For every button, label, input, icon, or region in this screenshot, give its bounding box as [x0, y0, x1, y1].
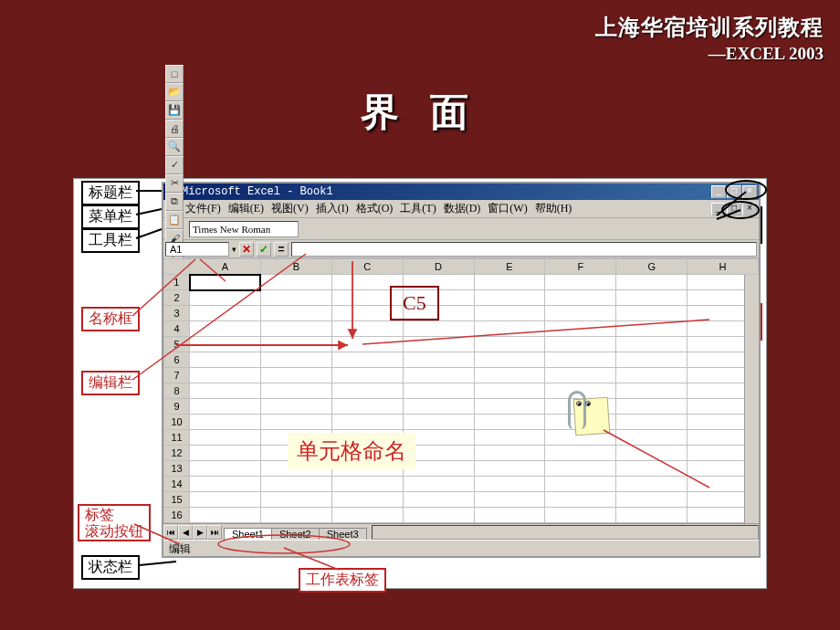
cell[interactable] — [260, 368, 331, 383]
maximize-button[interactable]: □ — [727, 185, 741, 198]
menu-item[interactable]: 文件(F) — [182, 202, 225, 215]
cell[interactable] — [616, 337, 688, 352]
cell[interactable] — [260, 508, 331, 523]
cell[interactable] — [474, 383, 545, 399]
row-header[interactable]: 14 — [164, 477, 190, 492]
doc-minimize-button[interactable]: _ — [711, 203, 726, 215]
cell[interactable] — [616, 492, 688, 508]
cell[interactable] — [260, 492, 331, 508]
cell[interactable] — [331, 383, 403, 399]
cell[interactable] — [331, 399, 403, 415]
cell[interactable] — [545, 461, 616, 477]
cell[interactable] — [545, 368, 616, 383]
horizontal-scrollbar[interactable] — [372, 525, 759, 540]
cell[interactable] — [190, 383, 261, 399]
cell[interactable] — [260, 383, 331, 399]
cell[interactable] — [190, 430, 261, 446]
row-header[interactable]: 8 — [164, 383, 190, 399]
cell[interactable] — [474, 477, 545, 492]
cell[interactable] — [474, 415, 545, 430]
column-header[interactable]: C — [331, 259, 403, 275]
cell[interactable] — [474, 492, 545, 508]
tab-prev-button[interactable]: ◀ — [178, 525, 193, 540]
cell[interactable] — [190, 508, 261, 523]
cell[interactable] — [331, 492, 403, 508]
row-header[interactable]: 4 — [164, 321, 190, 337]
cell[interactable] — [474, 352, 545, 368]
cell[interactable] — [331, 352, 403, 368]
tab-last-button[interactable]: ⏭ — [207, 525, 222, 540]
cell[interactable] — [331, 415, 403, 430]
cell[interactable] — [474, 337, 545, 352]
row-header[interactable]: 11 — [164, 430, 190, 446]
cell[interactable] — [545, 492, 616, 508]
minimize-button[interactable]: _ — [711, 185, 726, 198]
cell[interactable] — [403, 383, 474, 399]
cell[interactable] — [190, 477, 261, 492]
column-header[interactable]: D — [403, 259, 474, 275]
cell[interactable] — [616, 352, 688, 368]
row-header[interactable]: 5 — [164, 337, 190, 352]
cell[interactable] — [616, 290, 688, 306]
select-all-corner[interactable] — [164, 259, 190, 275]
cell[interactable] — [190, 306, 261, 321]
cell[interactable] — [616, 508, 688, 523]
cell[interactable] — [474, 321, 545, 337]
cell[interactable] — [545, 290, 616, 306]
row-header[interactable]: 2 — [164, 290, 190, 306]
menu-item[interactable]: 帮助(H) — [531, 202, 576, 215]
cell[interactable] — [331, 508, 403, 523]
sheet-tab[interactable]: Sheet2 — [271, 528, 320, 540]
column-header[interactable]: H — [688, 259, 759, 275]
cell[interactable] — [403, 352, 474, 368]
name-box[interactable]: A1 — [165, 242, 229, 257]
column-header[interactable]: F — [545, 259, 616, 275]
cell[interactable] — [474, 508, 545, 523]
formula-input[interactable] — [291, 242, 757, 257]
menu-item[interactable]: 编辑(E) — [225, 202, 268, 215]
row-header[interactable]: 13 — [164, 461, 190, 477]
open-icon[interactable]: 📂 — [165, 83, 184, 101]
sheet-tab[interactable]: Sheet1 — [224, 528, 272, 540]
row-header[interactable]: 1 — [164, 275, 190, 290]
cell[interactable] — [260, 399, 331, 415]
print-icon[interactable]: 🖨 — [165, 120, 184, 138]
cell[interactable] — [616, 368, 688, 383]
cell[interactable] — [474, 446, 545, 461]
cell[interactable] — [474, 290, 545, 306]
cut-icon[interactable]: ✂ — [165, 174, 184, 193]
cell[interactable] — [616, 275, 688, 290]
cell[interactable] — [474, 399, 545, 415]
preview-icon[interactable]: 🔍 — [165, 138, 184, 156]
row-header[interactable]: 16 — [164, 508, 190, 523]
cell[interactable] — [260, 306, 331, 321]
row-header[interactable]: 3 — [164, 306, 190, 321]
cell[interactable] — [616, 415, 688, 430]
cell[interactable] — [616, 430, 688, 446]
row-header[interactable]: 12 — [164, 446, 190, 461]
close-button[interactable]: × — [742, 185, 757, 198]
cell[interactable] — [331, 321, 403, 337]
copy-icon[interactable]: ⧉ — [165, 193, 184, 211]
font-selector[interactable]: Times New Roman — [189, 221, 299, 237]
menu-item[interactable]: 窗口(W) — [484, 202, 530, 215]
cell[interactable] — [260, 477, 331, 492]
cell[interactable] — [260, 352, 331, 368]
cell[interactable] — [545, 275, 616, 290]
cell[interactable] — [403, 492, 474, 508]
cell[interactable] — [545, 352, 616, 368]
menu-item[interactable]: 格式(O) — [352, 202, 397, 215]
paste-icon[interactable]: 📋 — [165, 211, 184, 229]
cell[interactable] — [260, 321, 331, 337]
cell[interactable] — [190, 415, 261, 430]
save-icon[interactable]: 💾 — [165, 101, 184, 120]
column-header[interactable]: B — [260, 259, 331, 275]
vertical-scrollbar[interactable] — [744, 275, 759, 523]
cell[interactable] — [331, 337, 403, 352]
cell[interactable] — [403, 399, 474, 415]
cell[interactable] — [403, 321, 474, 337]
cell[interactable] — [545, 477, 616, 492]
cell[interactable] — [403, 337, 474, 352]
column-header[interactable]: E — [474, 259, 545, 275]
tab-next-button[interactable]: ▶ — [193, 525, 207, 540]
